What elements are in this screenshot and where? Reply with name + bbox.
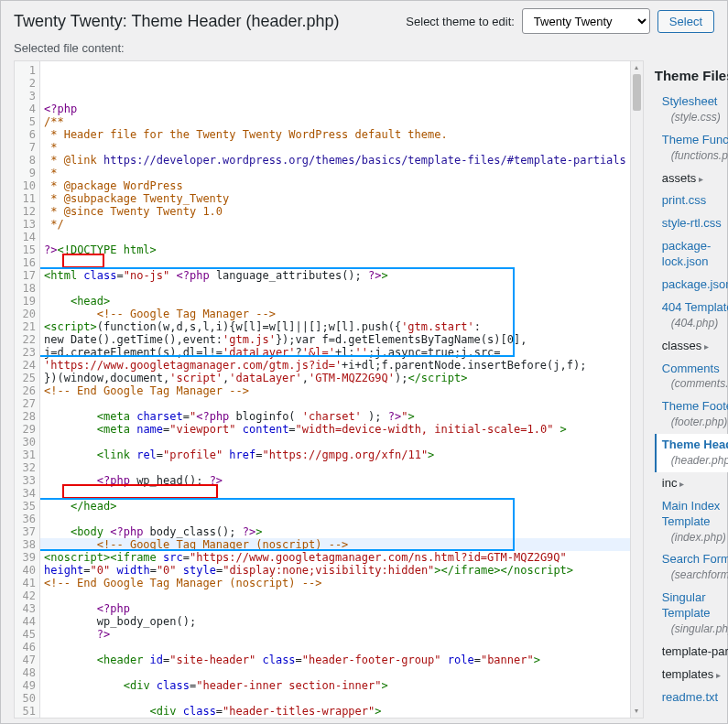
file-tree-item[interactable]: assets [655,167,728,190]
code-line[interactable] [44,436,626,448]
code-line[interactable]: <body <?php body_class(); ?>> [44,525,626,538]
file-tree-item[interactable]: package-lock.json [655,235,728,274]
code-line[interactable] [44,231,626,243]
file-tree-item[interactable]: style-rtl.css [655,212,728,235]
code-line[interactable]: * @subpackage Twenty_Twenty [44,192,626,205]
file-tree-item[interactable]: Theme Header(header.php) [655,434,728,472]
code-line[interactable]: <link rel="profile" href="https://gmpg.o… [44,448,626,461]
file-link[interactable]: Theme Header [662,438,728,453]
code-line[interactable]: <!-- End Google Tag Manager --> [44,384,626,397]
code-line[interactable]: <!-- Google Tag Manager (noscript) --> [44,538,626,551]
file-tree-item[interactable]: Stylesheet(style.css) [655,91,728,129]
file-tree-item[interactable]: Theme Footer(footer.php) [655,395,728,434]
file-link[interactable]: style-rtl.css [662,216,728,232]
code-line[interactable]: 'https://www.googletagmanager.com/gtm.js… [44,359,626,372]
folder-icon[interactable]: templates [662,667,728,683]
code-line[interactable]: <html class="no-js" <?php language_attri… [44,269,626,282]
code-line[interactable]: <div class="header-inner section-inner"> [44,679,626,692]
folder-icon[interactable]: template-parts [662,644,728,660]
file-tree-item[interactable]: inc [655,472,728,495]
code-line[interactable] [44,397,626,410]
code-line[interactable] [44,256,626,269]
code-line[interactable] [44,282,626,295]
code-line[interactable]: <div class="header-titles-wrapper"> [44,705,626,718]
file-tree-item[interactable]: Singular Template(singular.php) [655,587,728,641]
code-line[interactable]: <meta name="viewport" content="width=dev… [44,423,626,436]
file-link[interactable]: Theme Footer [662,399,728,415]
code-line[interactable] [44,692,626,705]
file-link[interactable]: print.css [662,193,728,209]
code-line[interactable] [44,513,626,525]
file-sub-label: (footer.php) [662,416,728,428]
line-number: 25 [16,372,36,384]
folder-icon[interactable]: classes [662,339,728,354]
code-line[interactable] [44,641,626,654]
code-content[interactable]: <?php/** * Header file for the Twenty Tw… [40,61,630,718]
file-tree-item[interactable]: package.json [655,274,728,297]
file-link[interactable]: Singular Template [662,590,728,621]
code-line[interactable]: * @package WordPress [44,179,626,192]
code-line[interactable]: <?php [44,602,626,615]
file-tree-item[interactable]: Comments(comments.php) [655,358,728,396]
code-line[interactable]: * Header file for the Twenty Twenty Word… [44,128,626,141]
file-tree-item[interactable]: 404 Template(404.php) [655,297,728,335]
file-link[interactable]: package-lock.json [662,239,728,270]
code-line[interactable]: <!-- End Google Tag Manager (noscript) -… [44,577,626,589]
code-line[interactable]: height="0" width="0" style="display:none… [44,564,626,577]
code-line[interactable]: ?><!DOCTYPE html> [44,243,626,256]
theme-select[interactable]: Twenty Twenty [522,8,650,34]
scroll-down-icon[interactable]: ▾ [631,705,643,718]
line-number: 47 [16,654,36,666]
code-line[interactable]: <meta charset="<?php bloginfo( 'charset'… [44,410,626,423]
file-tree-item[interactable]: print.css [655,189,728,212]
file-link[interactable]: Main Index Template [662,499,728,530]
code-line[interactable]: * @link https://developer.wordpress.org/… [44,154,626,167]
file-link[interactable]: Comments [662,362,728,377]
file-tree-item[interactable]: Main Index Template(index.php) [655,495,728,549]
select-button[interactable]: Select [657,10,714,33]
code-line[interactable]: */ [44,218,626,231]
code-line[interactable]: <header id="site-header" class="header-f… [44,654,626,666]
vertical-scrollbar[interactable]: ▴ ▾ [630,61,643,718]
code-line[interactable] [44,589,626,602]
file-link[interactable]: Search Form [662,552,728,567]
file-tree-item[interactable]: templates [655,664,728,686]
file-link[interactable]: 404 Template [662,300,728,316]
code-line[interactable]: <!-- Google Tag Manager --> [44,308,626,320]
line-number: 24 [16,359,36,372]
code-line[interactable]: </head> [44,500,626,513]
code-line[interactable] [44,487,626,500]
code-line[interactable]: <head> [44,295,626,308]
line-number: 37 [16,525,36,538]
code-line[interactable]: new Date().getTime(),event:'gtm.js'});va… [44,333,626,346]
file-tree-item[interactable]: readme.txt [655,686,728,709]
file-link[interactable]: Stylesheet [662,94,728,110]
code-line[interactable]: })(window,document,'script','dataLayer',… [44,372,626,384]
scroll-up-icon[interactable]: ▴ [631,61,643,74]
code-line[interactable]: <?php [44,103,626,115]
code-line[interactable] [44,461,626,474]
code-line[interactable] [44,666,626,679]
code-line[interactable]: wp_body_open(); [44,615,626,628]
file-tree-item[interactable]: template-parts [655,641,728,664]
folder-icon[interactable]: assets [662,171,728,187]
line-number: 38 [16,538,36,551]
code-line[interactable]: <?php wp_head(); ?> [44,474,626,487]
code-line[interactable]: <script>(function(w,d,s,l,i){w[l]=w[l]||… [44,320,626,333]
file-link[interactable]: readme.txt [662,690,728,706]
file-link[interactable]: package.json [662,277,728,293]
code-line[interactable]: j=d.createElement(s),dl=l!='dataLayer'?'… [44,346,626,359]
code-line[interactable]: <noscript><iframe src="https://www.googl… [44,551,626,564]
code-line[interactable]: * [44,141,626,154]
code-editor[interactable]: 1234567891011121314151617181920212223242… [14,60,644,719]
file-tree-item[interactable]: Theme Functions(functions.php) [655,129,728,167]
file-tree-item[interactable]: classes [655,335,728,358]
file-link[interactable]: Theme Functions [662,133,728,148]
code-line[interactable]: * @since Twenty Twenty 1.0 [44,205,626,218]
code-line[interactable]: ?> [44,628,626,641]
scrollbar-thumb[interactable] [633,74,641,111]
folder-icon[interactable]: inc [662,476,728,492]
code-line[interactable]: * [44,167,626,179]
file-tree-item[interactable]: Search Form(searchform.php) [655,548,728,587]
code-line[interactable]: /** [44,115,626,128]
